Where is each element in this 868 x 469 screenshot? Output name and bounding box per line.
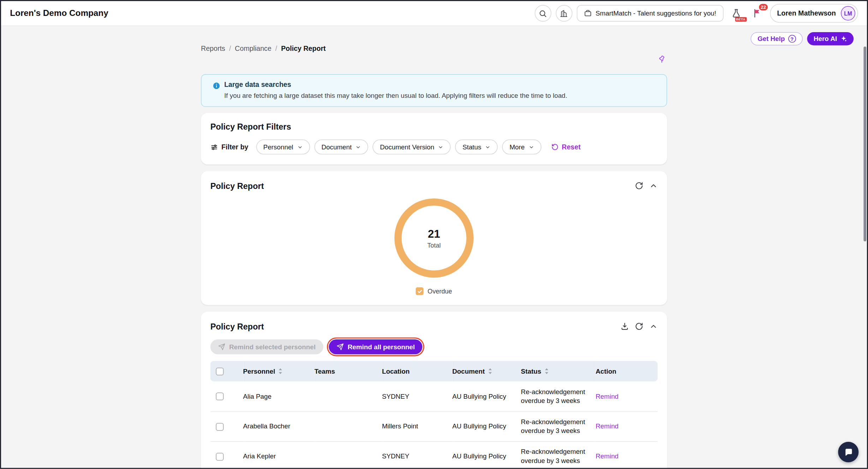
pin-button[interactable]	[657, 54, 667, 65]
table-row: Aria Kepler SYDNEY AU Bullying Policy Re…	[210, 441, 658, 469]
chart-card-header: Policy Report	[210, 180, 658, 191]
row-checkbox[interactable]	[216, 423, 224, 431]
remind-selected-label: Remind selected personnel	[229, 343, 316, 351]
hero-ai-button[interactable]: Hero AI	[807, 32, 854, 46]
breadcrumb-separator: /	[275, 45, 277, 53]
main-area: Get Help ? Hero AI Reports / Compliance …	[1, 26, 867, 469]
collapse-button[interactable]	[649, 181, 658, 190]
breadcrumb-current: Policy Report	[281, 45, 326, 53]
sort-icon	[279, 368, 283, 374]
notifications-button[interactable]: 22	[749, 6, 766, 21]
refresh-icon	[635, 181, 643, 190]
collapse-button[interactable]	[649, 322, 658, 331]
cell-status: Re-acknowledgement overdue by 3 weeks	[521, 381, 596, 411]
refresh-button[interactable]	[635, 181, 643, 190]
filters-card: Policy Report Filters Filter by Personne…	[201, 113, 667, 165]
sort-icon	[488, 368, 492, 374]
organisation-button[interactable]	[556, 5, 572, 22]
legend-checkbox-overdue[interactable]	[416, 287, 424, 295]
filter-status[interactable]: Status	[455, 139, 498, 154]
cell-status: Re-acknowledgement overdue by 3 weeks	[521, 411, 596, 441]
search-button[interactable]	[535, 5, 551, 22]
policy-report-chart-card: Policy Report 21	[201, 171, 667, 305]
filter-document-version[interactable]: Document Version	[373, 139, 451, 154]
table-card-header: Policy Report	[210, 321, 658, 332]
breadcrumb-reports[interactable]: Reports	[201, 45, 225, 53]
remind-all-button[interactable]: Remind all personnel	[329, 339, 422, 354]
topbar-actions: SmartMatch - Talent suggestions for you!…	[535, 4, 858, 23]
download-button[interactable]	[620, 322, 629, 331]
remind-link[interactable]: Remind	[596, 392, 619, 400]
get-help-label: Get Help	[757, 35, 785, 43]
building-icon	[560, 9, 568, 18]
info-icon	[213, 82, 220, 90]
filter-by: Filter by	[210, 143, 249, 151]
cell-personnel: Aria Kepler	[243, 441, 314, 469]
column-document[interactable]: Document	[452, 361, 521, 381]
check-icon	[417, 289, 422, 294]
banner-text: Large data searches If you are fetching …	[224, 81, 567, 100]
chevron-down-icon	[529, 144, 534, 150]
row-checkbox[interactable]	[216, 393, 224, 400]
filters-row: Filter by Personnel Document Document Ve…	[210, 139, 658, 154]
breadcrumb-compliance[interactable]: Compliance	[235, 45, 271, 53]
filter-personnel[interactable]: Personnel	[256, 139, 310, 154]
download-icon	[620, 322, 629, 331]
smartmatch-button[interactable]: SmartMatch - Talent suggestions for you!	[577, 5, 723, 22]
refresh-button[interactable]	[635, 322, 643, 331]
app-window: Loren's Demo Company SmartMatch - Talent…	[0, 0, 868, 469]
user-menu[interactable]: Loren Mathewson LM	[770, 4, 858, 23]
search-icon	[539, 9, 547, 18]
filter-more[interactable]: More	[503, 139, 541, 154]
donut-center: 21 Total	[392, 196, 475, 279]
sort-icon	[545, 368, 548, 374]
cell-location: Millers Point	[382, 411, 452, 441]
content-column: Reports / Compliance / Policy Report Lar…	[201, 26, 667, 469]
row-checkbox[interactable]	[216, 453, 224, 461]
hero-ai-label: Hero AI	[814, 35, 837, 43]
chart-card-title: Policy Report	[210, 181, 264, 190]
policy-report-table: Personnel Teams Location Document Status…	[210, 361, 658, 469]
chat-button[interactable]	[838, 442, 858, 462]
filter-document[interactable]: Document	[314, 139, 368, 154]
policy-report-table-card: Policy Report	[201, 312, 667, 469]
filter-by-label: Filter by	[221, 143, 248, 151]
beta-lab-button[interactable]: BETA	[728, 6, 744, 21]
smartmatch-label: SmartMatch - Talent suggestions for you!	[595, 10, 716, 17]
remind-all-label: Remind all personnel	[348, 343, 415, 351]
pin-icon	[657, 54, 667, 63]
cell-personnel: Arabella Bocher	[243, 411, 314, 441]
get-help-button[interactable]: Get Help ?	[751, 32, 802, 46]
chart-legend: Overdue	[210, 287, 658, 295]
scrollbar-thumb[interactable]	[863, 47, 866, 242]
banner-body: If you are fetching a large dataset this…	[224, 92, 567, 100]
remind-link[interactable]: Remind	[596, 422, 619, 430]
filter-status-label: Status	[463, 143, 481, 151]
chevron-down-icon	[297, 144, 303, 150]
cell-location: SYDNEY	[382, 381, 452, 411]
table-row: Alia Page SYDNEY AU Bullying Policy Re-a…	[210, 381, 658, 411]
cell-teams	[314, 411, 382, 441]
column-personnel[interactable]: Personnel	[243, 361, 314, 381]
cell-document: AU Bullying Policy	[452, 411, 521, 441]
chevron-up-icon	[649, 181, 658, 190]
table-card-actions	[620, 322, 658, 331]
cell-document: AU Bullying Policy	[452, 441, 521, 469]
reset-icon	[551, 143, 558, 150]
cell-teams	[314, 381, 382, 411]
user-name: Loren Mathewson	[777, 10, 836, 17]
column-status[interactable]: Status	[521, 361, 596, 381]
info-banner: Large data searches If you are fetching …	[201, 74, 667, 107]
reset-button[interactable]: Reset	[551, 143, 581, 151]
remind-link[interactable]: Remind	[596, 452, 619, 460]
donut-total-value: 21	[428, 227, 440, 240]
breadcrumb-separator: /	[229, 45, 231, 53]
cell-status: Re-acknowledgement overdue by 3 weeks	[521, 441, 596, 469]
filter-icon	[210, 143, 218, 151]
beta-badge: BETA	[735, 17, 747, 22]
cell-teams	[314, 441, 382, 469]
breadcrumb: Reports / Compliance / Policy Report	[201, 45, 667, 53]
remind-selected-button[interactable]: Remind selected personnel	[210, 339, 323, 354]
select-all-checkbox[interactable]	[216, 368, 224, 375]
cell-document: AU Bullying Policy	[452, 381, 521, 411]
